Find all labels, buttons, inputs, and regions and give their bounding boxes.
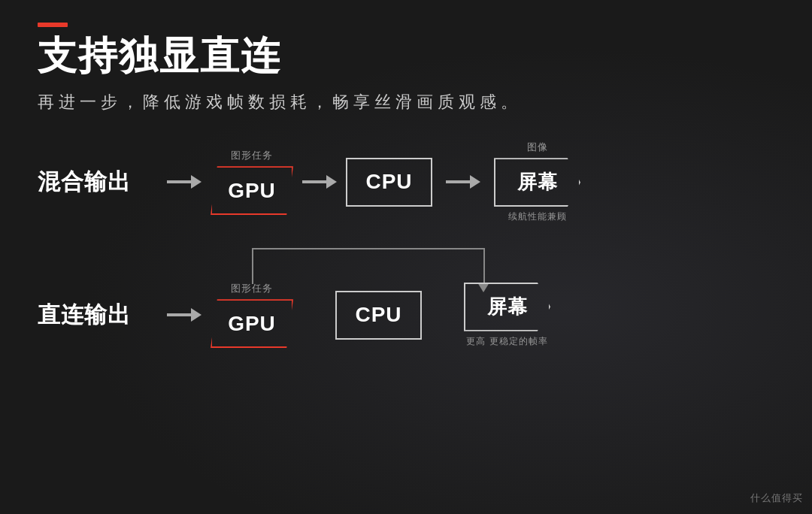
screen-box-wrapper-mixed: 图像 屏幕 续航性能兼顾: [494, 141, 580, 223]
image-label-mixed: 图像: [527, 141, 548, 154]
subtitle: 再进一步，降低游戏帧数损耗，畅享丝滑画质观感。: [38, 91, 774, 113]
screen-sublabel-mixed: 续航性能兼顾: [508, 210, 567, 223]
screen-text-mixed: 屏幕: [517, 169, 558, 195]
arrow-body: [302, 180, 326, 183]
cpu-text-direct: CPU: [355, 303, 401, 327]
watermark: 什么值得买: [750, 491, 803, 505]
arrow-body: [167, 180, 191, 183]
mixed-output-row: 混合输出 图形任务 GPU CPU: [38, 141, 774, 223]
gpu-top-label-mixed: 图形任务: [231, 149, 273, 162]
gpu-top-label-direct: 图形任务: [231, 282, 273, 295]
screen-sublabel-direct: 更高 更稳定的帧率: [466, 335, 547, 348]
cpu-box-mixed: CPU: [346, 158, 432, 207]
mixed-output-label: 混合输出: [38, 167, 158, 198]
direct-output-label: 直连输出: [38, 300, 158, 331]
arrow-cpu-screen-mixed: [446, 175, 480, 189]
arrow-head: [470, 175, 480, 189]
gpu-text-mixed: GPU: [228, 179, 276, 203]
arrow-head: [191, 175, 201, 189]
arrow-head: [326, 175, 337, 189]
direct-output-row: 直连输出 图形任务 GPU CPU: [38, 237, 774, 348]
main-container: 支持独显直连 再进一步，降低游戏帧数损耗，畅享丝滑画质观感。 混合输出 图形任务…: [0, 0, 812, 370]
title-accent-bar: [38, 23, 68, 27]
arrow-head: [191, 308, 201, 322]
cpu-box-wrapper-mixed: CPU: [346, 158, 432, 207]
gpu-text-direct: GPU: [228, 312, 276, 336]
cpu-text-mixed: CPU: [365, 170, 412, 194]
arrow-body: [446, 180, 470, 183]
arrow-gpu-cpu-mixed: [302, 175, 337, 189]
arrow-to-gpu-direct: [167, 308, 201, 322]
screen-box-wrapper-direct: 屏幕 更高 更稳定的帧率: [464, 283, 550, 348]
cpu-box-direct: CPU: [335, 291, 422, 340]
gpu-box-direct: GPU: [211, 299, 293, 348]
arrow-body: [167, 313, 191, 316]
screen-text-direct: 屏幕: [487, 294, 528, 320]
gpu-box-wrapper-mixed: 图形任务 GPU: [211, 149, 293, 215]
main-title: 支持独显直连: [38, 35, 774, 77]
screen-box-direct: 屏幕: [464, 283, 550, 331]
gpu-box-mixed: GPU: [211, 166, 293, 215]
screen-box-mixed: 屏幕: [494, 158, 580, 207]
diagram-section: 混合输出 图形任务 GPU CPU: [38, 141, 774, 348]
gpu-box-wrapper-direct: 图形任务 GPU: [211, 282, 293, 348]
arrow-to-gpu-mixed: [167, 175, 201, 189]
direct-output-wrapper: 直连输出 图形任务 GPU CPU: [38, 237, 774, 348]
cpu-box-wrapper-direct: CPU: [335, 291, 422, 340]
